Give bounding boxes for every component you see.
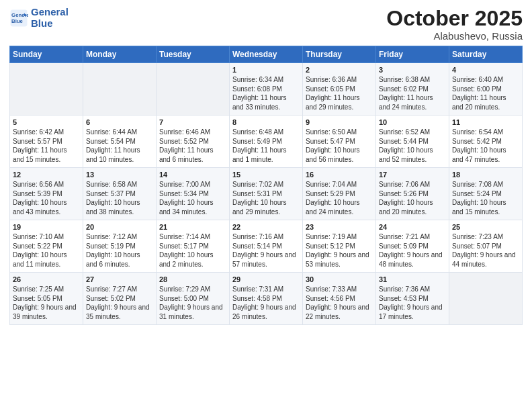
calendar-cell: 4Sunrise: 6:40 AMSunset: 6:00 PMDaylight… xyxy=(449,63,523,116)
cell-text: Sunset: 4:53 PM xyxy=(379,294,446,304)
cell-text: Sunset: 5:12 PM xyxy=(306,242,373,251)
cell-text: Sunrise: 6:46 AM xyxy=(159,128,226,137)
cell-text: Daylight: 9 hours and 22 minutes. xyxy=(306,303,373,321)
cell-text: Sunset: 5:05 PM xyxy=(13,294,80,304)
day-number: 7 xyxy=(159,118,226,126)
cell-text: Daylight: 11 hours and 10 minutes. xyxy=(86,146,153,164)
cell-text: Daylight: 10 hours and 38 minutes. xyxy=(86,198,153,216)
cell-text: Sunset: 5:24 PM xyxy=(452,189,519,199)
day-number: 12 xyxy=(13,171,80,179)
cell-text: Sunset: 5:17 PM xyxy=(159,242,226,251)
day-number: 23 xyxy=(306,223,373,231)
day-number: 22 xyxy=(232,223,300,231)
cell-text: Sunset: 5:39 PM xyxy=(13,189,80,199)
cell-text: Sunset: 5:52 PM xyxy=(159,137,226,146)
cell-text: Sunrise: 7:14 AM xyxy=(159,232,226,242)
cell-text: Sunset: 5:34 PM xyxy=(159,189,226,199)
cell-text: Sunset: 5:02 PM xyxy=(86,294,153,304)
day-number: 24 xyxy=(379,223,446,231)
calendar-cell: 28Sunrise: 7:29 AMSunset: 5:00 PMDayligh… xyxy=(157,273,230,325)
day-number: 4 xyxy=(452,66,519,74)
logo-icon: General Blue xyxy=(9,9,28,28)
cell-text: Daylight: 10 hours and 34 minutes. xyxy=(159,198,226,216)
day-number: 29 xyxy=(232,275,300,283)
cell-text: Sunset: 6:00 PM xyxy=(452,85,519,94)
cell-text: Daylight: 11 hours and 20 minutes. xyxy=(452,93,519,111)
calendar-cell: 23Sunrise: 7:19 AMSunset: 5:12 PMDayligh… xyxy=(303,220,376,273)
cell-text: Sunrise: 6:52 AM xyxy=(379,128,446,137)
calendar-cell xyxy=(83,63,157,116)
cell-text: Sunrise: 7:19 AM xyxy=(306,232,373,242)
cell-text: Daylight: 10 hours and 43 minutes. xyxy=(13,198,80,216)
subtitle: Alabushevo, Russia xyxy=(386,30,523,42)
day-number: 30 xyxy=(306,275,373,283)
cell-text: Sunrise: 7:27 AM xyxy=(86,285,153,294)
header-row: SundayMondayTuesdayWednesdayThursdayFrid… xyxy=(10,46,523,63)
calendar-cell: 21Sunrise: 7:14 AMSunset: 5:17 PMDayligh… xyxy=(157,220,230,273)
cell-text: Daylight: 11 hours and 6 minutes. xyxy=(159,146,226,164)
day-number: 21 xyxy=(159,223,226,231)
cell-text: Sunset: 6:05 PM xyxy=(306,85,373,94)
cell-text: Daylight: 10 hours and 11 minutes. xyxy=(13,250,80,269)
header-cell-tuesday: Tuesday xyxy=(157,46,230,63)
cell-text: Sunrise: 6:58 AM xyxy=(86,180,153,189)
week-row-2: 5Sunrise: 6:42 AMSunset: 5:57 PMDaylight… xyxy=(10,116,523,168)
cell-text: Sunrise: 7:23 AM xyxy=(452,232,519,242)
day-number: 20 xyxy=(86,223,153,231)
cell-text: Sunrise: 7:08 AM xyxy=(452,180,519,189)
cell-text: Sunset: 5:09 PM xyxy=(379,242,446,251)
page-container: General Blue General Blue October 2025 A… xyxy=(0,0,532,332)
day-number: 6 xyxy=(86,118,153,126)
cell-text: Sunrise: 7:21 AM xyxy=(379,232,446,242)
cell-text: Sunset: 5:26 PM xyxy=(379,189,446,199)
day-number: 8 xyxy=(232,118,300,126)
day-number: 26 xyxy=(13,275,80,283)
cell-text: Daylight: 10 hours and 24 minutes. xyxy=(306,198,373,216)
logo-text-line1: General xyxy=(31,7,69,18)
header-cell-thursday: Thursday xyxy=(303,46,376,63)
cell-text: Daylight: 9 hours and 31 minutes. xyxy=(159,303,226,321)
calendar-cell: 8Sunrise: 6:48 AMSunset: 5:49 PMDaylight… xyxy=(230,116,303,168)
calendar-cell: 10Sunrise: 6:52 AMSunset: 5:44 PMDayligh… xyxy=(376,116,449,168)
week-row-4: 19Sunrise: 7:10 AMSunset: 5:22 PMDayligh… xyxy=(10,220,523,273)
cell-text: Sunset: 4:56 PM xyxy=(306,294,373,304)
cell-text: Daylight: 10 hours and 6 minutes. xyxy=(86,250,153,269)
cell-text: Sunset: 5:49 PM xyxy=(232,137,300,146)
header-cell-monday: Monday xyxy=(83,46,157,63)
title-block: October 2025 Alabushevo, Russia xyxy=(386,7,523,42)
cell-text: Sunrise: 6:56 AM xyxy=(13,180,80,189)
calendar-cell: 29Sunrise: 7:31 AMSunset: 4:58 PMDayligh… xyxy=(230,273,303,325)
cell-text: Sunrise: 7:33 AM xyxy=(306,285,373,294)
day-number: 1 xyxy=(232,66,300,74)
cell-text: Daylight: 10 hours and 15 minutes. xyxy=(452,198,519,216)
cell-text: Daylight: 9 hours and 57 minutes. xyxy=(232,250,300,269)
cell-text: Sunset: 5:57 PM xyxy=(13,137,80,146)
calendar-cell: 15Sunrise: 7:02 AMSunset: 5:31 PMDayligh… xyxy=(230,168,303,220)
cell-text: Sunrise: 7:12 AM xyxy=(86,232,153,242)
header-cell-sunday: Sunday xyxy=(10,46,83,63)
cell-text: Sunrise: 6:40 AM xyxy=(452,75,519,85)
day-number: 16 xyxy=(306,171,373,179)
header-cell-wednesday: Wednesday xyxy=(230,46,303,63)
calendar-cell: 12Sunrise: 6:56 AMSunset: 5:39 PMDayligh… xyxy=(10,168,83,220)
day-number: 18 xyxy=(452,171,519,179)
cell-text: Sunrise: 6:36 AM xyxy=(306,75,373,85)
cell-text: Sunset: 5:42 PM xyxy=(452,137,519,146)
cell-text: Sunset: 5:29 PM xyxy=(306,189,373,199)
svg-text:Blue: Blue xyxy=(11,18,24,24)
cell-text: Sunset: 6:08 PM xyxy=(232,85,300,94)
calendar-cell: 24Sunrise: 7:21 AMSunset: 5:09 PMDayligh… xyxy=(376,220,449,273)
cell-text: Sunset: 5:19 PM xyxy=(86,242,153,251)
day-number: 17 xyxy=(379,171,446,179)
cell-text: Daylight: 11 hours and 33 minutes. xyxy=(232,93,300,111)
calendar-cell: 9Sunrise: 6:50 AMSunset: 5:47 PMDaylight… xyxy=(303,116,376,168)
logo-text-line2: Blue xyxy=(31,18,69,30)
cell-text: Sunrise: 7:04 AM xyxy=(306,180,373,189)
cell-text: Sunrise: 7:36 AM xyxy=(379,285,446,294)
cell-text: Sunset: 5:37 PM xyxy=(86,189,153,199)
cell-text: Sunrise: 7:31 AM xyxy=(232,285,300,294)
day-number: 31 xyxy=(379,275,446,283)
calendar-cell: 18Sunrise: 7:08 AMSunset: 5:24 PMDayligh… xyxy=(449,168,523,220)
day-number: 2 xyxy=(306,66,373,74)
cell-text: Sunset: 5:00 PM xyxy=(159,294,226,304)
